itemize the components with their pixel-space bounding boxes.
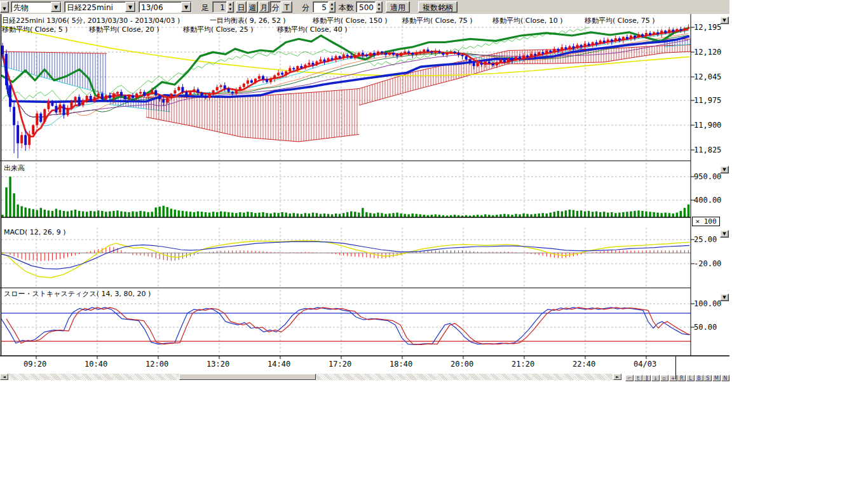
- macd-axis-tick-0: 25.00: [694, 235, 717, 244]
- volume-multiplier-box: × 100: [692, 217, 720, 226]
- price-pane: [1, 24, 691, 158]
- price-axis-tick-5: 11,825: [694, 146, 721, 154]
- pane-options-dropdown-3[interactable]: ▼: [720, 294, 729, 301]
- legend-item-r2-3: 移動平均( Close, 40 ): [277, 25, 348, 34]
- macd-axis-tick-1: -20.00: [694, 259, 721, 268]
- time-label-0: 09:20: [24, 360, 53, 369]
- price-axis-tick-0: 12,195: [694, 23, 721, 32]
- legend-item-r2-0: 移動平均( Close, 5 ): [2, 25, 68, 34]
- price-axis-tick-1: 12,120: [694, 48, 721, 57]
- time-label-8: 21:20: [512, 360, 541, 369]
- pane-options-dropdown-1[interactable]: ▼: [720, 166, 729, 173]
- legend-item-r2-2: 移動平均( Close, 25 ): [183, 25, 254, 34]
- time-label-2: 12:00: [146, 360, 175, 369]
- stoch-axis-tick-1: 50.00: [694, 323, 717, 332]
- stochastics-pane: [1, 308, 691, 345]
- price-axis-tick-3: 11,975: [694, 96, 721, 105]
- legend-item-r1-3: 移動平均( Close, 75 ): [402, 16, 473, 25]
- time-label-10: 04/03: [634, 360, 663, 369]
- pane-options-dropdown-0[interactable]: ▼: [720, 17, 729, 24]
- volume-pane: [1, 177, 689, 217]
- price-axis-tick-2: 12,045: [694, 72, 721, 81]
- time-label-1: 10:40: [85, 360, 114, 369]
- chart-plot-area[interactable]: [0, 0, 729, 381]
- chart-application-window: ▼ 先物 ▼ 日経225mini ▼ 13/06 ▼ 足 1 ▲▼ 日週月分T …: [0, 0, 868, 488]
- stochastics-pane-label: スロー・ストキャスティクス( 14, 3, 80, 20 ): [4, 289, 151, 299]
- legend-item-r1-0: 日経225mini 13/06( 5分, 2013/03/30 - 2013/0…: [2, 16, 180, 25]
- legend-item-r1-2: 移動平均( Close, 150 ): [313, 16, 388, 25]
- time-label-7: 20:00: [451, 360, 480, 369]
- time-label-4: 14:40: [268, 360, 297, 369]
- volume-axis-tick-0: 950.00: [694, 172, 721, 181]
- legend-item-r1-1: 一目均衡表( 9, 26, 52 ): [210, 16, 286, 25]
- price-axis-tick-4: 11,900: [694, 121, 721, 130]
- stoch-axis-tick-0: 100.00: [694, 299, 721, 308]
- time-label-5: 17:20: [329, 360, 358, 369]
- macd-pane-label: MACD( 12, 26, 9 ): [4, 228, 66, 236]
- volume-pane-label: 出来高: [4, 163, 25, 173]
- legend-item-r1-5: 移動平均( Close, 75 ): [585, 16, 655, 25]
- volume-axis-tick-1: 400.00: [694, 196, 721, 205]
- pane-options-dropdown-2[interactable]: ▼: [720, 230, 729, 238]
- macd-pane: [1, 241, 691, 278]
- legend-item-r1-4: 移動平均( Close, 10 ): [492, 16, 563, 25]
- time-label-9: 22:40: [573, 360, 602, 369]
- time-label-6: 18:40: [390, 360, 419, 369]
- legend-item-r2-1: 移動平均( Close, 20 ): [89, 25, 159, 34]
- time-label-3: 13:20: [207, 360, 236, 369]
